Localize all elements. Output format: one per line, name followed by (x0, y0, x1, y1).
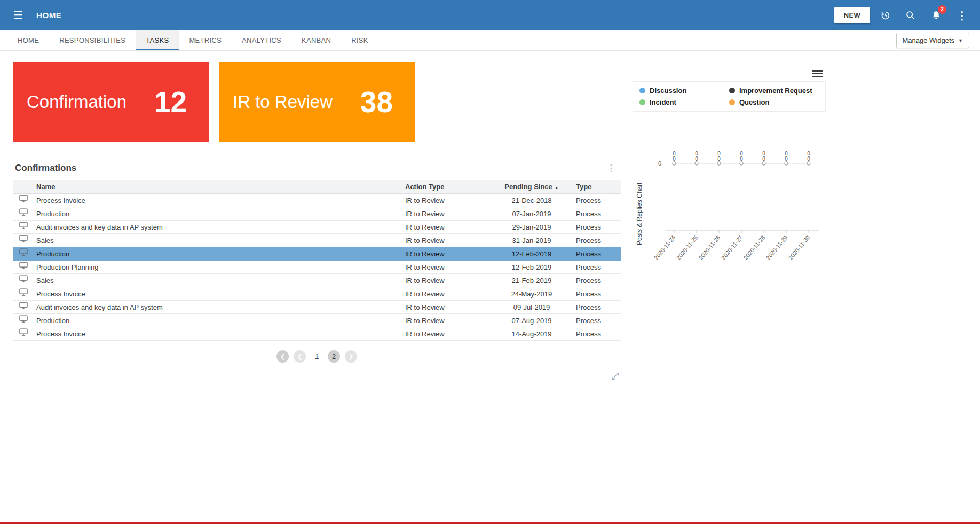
cell-name: Production (32, 207, 401, 221)
cell-icon (13, 287, 32, 301)
cell-icon (13, 274, 32, 287)
cell-type: Process (572, 327, 621, 341)
cell-icon (13, 301, 32, 314)
posts-replies-chart: 0000000000000002020-11-242020-11-252020-… (643, 123, 826, 278)
svg-text:2020-11-29: 2020-11-29 (765, 234, 789, 261)
legend-label: Improvement Request (739, 87, 812, 95)
pagination-page-2[interactable]: 2 (328, 350, 340, 363)
confirmations-header: Confirmations ⋮ (13, 160, 621, 180)
hamburger-menu-icon[interactable]: ☰ (7, 5, 29, 26)
table-row[interactable]: SalesIR to Review21-Feb-2019Process (13, 274, 621, 287)
legend-item-improvement-request[interactable]: Improvement Request (729, 87, 819, 95)
legend-item-incident[interactable]: Incident (639, 98, 729, 106)
legend-item-question[interactable]: Question (729, 98, 819, 106)
notifications-bell-icon[interactable]: 2 (926, 5, 947, 26)
tab-responsibilities[interactable]: RESPONSIBILITIES (49, 30, 136, 50)
cell-pending-since: 12-Feb-2019 (492, 247, 572, 261)
cell-type: Process (572, 274, 621, 287)
tab-kanban[interactable]: KANBAN (291, 30, 341, 50)
expand-icon[interactable]: ⤢ (611, 371, 619, 382)
table-row[interactable]: Audit invoices and key data in AP system… (13, 301, 621, 314)
cell-pending-since: 21-Feb-2019 (492, 274, 572, 287)
cell-action-type: IR to Review (401, 261, 492, 274)
column-header-type[interactable]: Type (572, 180, 621, 194)
cell-icon (13, 194, 32, 207)
cell-pending-since: 21-Dec-2018 (492, 194, 572, 207)
column-header-pending-since[interactable]: Pending Since▲ (492, 180, 572, 194)
overflow-kebab-icon[interactable]: ⋮ (951, 5, 973, 26)
table-row[interactable]: ProductionIR to Review07-Jan-2019Process (13, 207, 621, 221)
svg-text:2020-11-28: 2020-11-28 (742, 234, 766, 261)
tab-analytics[interactable]: ANALYTICS (232, 30, 291, 50)
manage-widgets-button[interactable]: Manage Widgets ▼ (896, 33, 969, 48)
sort-asc-icon: ▲ (555, 185, 559, 190)
pagination-next-button[interactable]: ❯ (345, 350, 357, 363)
table-row[interactable]: Audit invoices and key data in AP system… (13, 221, 621, 234)
cell-action-type: IR to Review (401, 207, 492, 221)
widget-kebab-icon[interactable]: ⋮ (602, 162, 620, 174)
posts-replies-widget: DiscussionImprovement RequestIncidentQue… (633, 67, 826, 280)
cell-pending-since: 29-Jan-2019 (492, 221, 572, 234)
cell-action-type: IR to Review (401, 314, 492, 327)
process-monitor-icon (19, 303, 28, 311)
process-monitor-icon (19, 197, 28, 205)
tab-metrics[interactable]: METRICS (179, 30, 232, 50)
process-monitor-icon (19, 250, 28, 258)
table-row[interactable]: Process InvoiceIR to Review14-Aug-2019Pr… (13, 327, 621, 341)
table-row[interactable]: Process InvoiceIR to Review21-Dec-2018Pr… (13, 194, 621, 207)
legend-dot-icon (729, 99, 735, 105)
cell-type: Process (572, 247, 621, 261)
cell-pending-since: 07-Aug-2019 (492, 314, 572, 327)
process-monitor-icon (19, 237, 28, 245)
legend-label: Incident (650, 98, 676, 106)
column-header-icon (13, 180, 32, 194)
notification-badge: 2 (938, 5, 946, 14)
cell-pending-since: 24-May-2019 (492, 287, 572, 301)
footer-accent-line (0, 522, 980, 524)
cell-name: Process Invoice (32, 327, 401, 341)
cell-name: Production Planning (32, 261, 401, 274)
search-icon[interactable] (900, 5, 921, 26)
new-button[interactable]: NEW (834, 7, 870, 23)
cell-pending-since: 12-Feb-2019 (492, 261, 572, 274)
chart-menu-icon[interactable] (812, 69, 823, 78)
table-row[interactable]: Process InvoiceIR to Review24-May-2019Pr… (13, 287, 621, 301)
summary-card[interactable]: IR to Review 38 (219, 62, 415, 142)
svg-text:2020-11-27: 2020-11-27 (720, 234, 744, 261)
card-label: IR to Review (233, 92, 333, 112)
svg-text:2020-11-24: 2020-11-24 (653, 234, 677, 261)
summary-card[interactable]: Confirmation 12 (13, 62, 209, 142)
svg-text:0: 0 (673, 156, 676, 162)
legend-item-discussion[interactable]: Discussion (639, 87, 729, 95)
legend-dot-icon (639, 88, 645, 93)
table-row[interactable]: ProductionIR to Review12-Feb-2019Process (13, 247, 621, 261)
svg-text:0: 0 (762, 156, 765, 162)
cell-action-type: IR to Review (401, 234, 492, 247)
cell-type: Process (572, 287, 621, 301)
process-monitor-icon (19, 210, 28, 218)
legend-dot-icon (639, 99, 645, 105)
pagination-prev-button[interactable]: ❮ (294, 350, 306, 363)
cell-action-type: IR to Review (401, 221, 492, 234)
pagination-first-button[interactable]: ❮ (276, 350, 289, 363)
tab-home[interactable]: HOME (7, 30, 49, 50)
column-header-action-type[interactable]: Action Type (401, 180, 492, 194)
tab-list: HOMERESPONSIBILITIESTASKSMETRICSANALYTIC… (7, 30, 378, 50)
cell-action-type: IR to Review (401, 274, 492, 287)
table-row[interactable]: ProductionIR to Review07-Aug-2019Process (13, 314, 621, 327)
tab-tasks[interactable]: TASKS (136, 30, 179, 50)
pagination-page-1[interactable]: 1 (311, 350, 323, 363)
cell-icon (13, 221, 32, 234)
chart-area: Posts & Replies Chart 000000000000000202… (633, 123, 826, 280)
table-row[interactable]: Production PlanningIR to Review12-Feb-20… (13, 261, 621, 274)
pagination: ❮❮12❯ (13, 341, 621, 367)
card-label: Confirmation (27, 92, 127, 112)
history-icon[interactable] (874, 5, 896, 26)
tab-risk[interactable]: RISK (341, 30, 378, 50)
cell-pending-since: 07-Jan-2019 (492, 207, 572, 221)
column-header-name[interactable]: Name (32, 180, 401, 194)
confirmations-table: NameAction TypePending Since▲Type Proces… (13, 180, 621, 341)
card-value: 38 (360, 85, 393, 119)
table-row[interactable]: SalesIR to Review31-Jan-2019Process (13, 234, 621, 247)
svg-text:0: 0 (695, 156, 698, 162)
